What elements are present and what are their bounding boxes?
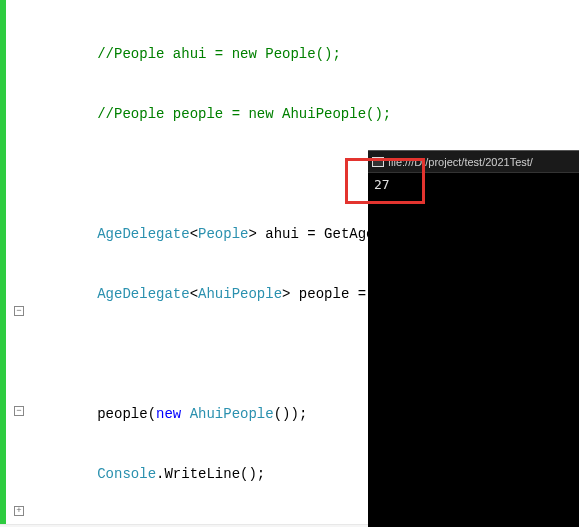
code-line: //People ahui = new People(); xyxy=(30,44,579,64)
console-title-text: file:///D:/project/test/2021Test/ xyxy=(388,151,533,173)
text: ()); xyxy=(274,406,308,422)
type: Console xyxy=(97,466,156,482)
console-app-icon xyxy=(372,157,384,167)
console-window[interactable]: file:///D:/project/test/2021Test/ 27 xyxy=(368,150,579,527)
console-output-line: 27 xyxy=(374,177,390,192)
type: AhuiPeople xyxy=(198,286,282,302)
text: .WriteLine(); xyxy=(156,466,265,482)
comment: //People people = new AhuiPeople(); xyxy=(97,106,391,122)
code-line: //People people = new AhuiPeople(); xyxy=(30,104,579,124)
type: AhuiPeople xyxy=(190,406,274,422)
console-titlebar[interactable]: file:///D:/project/test/2021Test/ xyxy=(368,151,579,173)
text: people( xyxy=(97,406,156,422)
text: ahui = GetAge; xyxy=(257,226,383,242)
keyword: new xyxy=(156,406,181,422)
console-output-area: 27 xyxy=(368,173,579,196)
type: AgeDelegate xyxy=(97,286,189,302)
gutter: − − + xyxy=(6,0,20,527)
type: People xyxy=(198,226,248,242)
comment: //People ahui = new People(); xyxy=(97,46,341,62)
type: AgeDelegate xyxy=(97,226,189,242)
